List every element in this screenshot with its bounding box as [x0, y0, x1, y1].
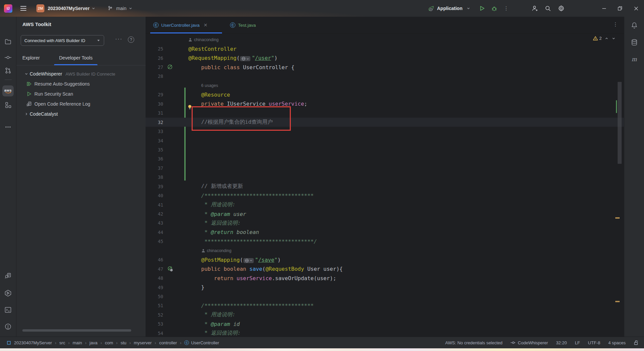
find-tool-icon[interactable]: [5, 272, 12, 279]
line-number[interactable]: 53: [146, 321, 163, 327]
line-number[interactable]: 32: [146, 120, 163, 125]
line-number[interactable]: 54: [146, 331, 163, 336]
line-number[interactable]: 37: [146, 165, 163, 171]
more-actions-kebab-icon[interactable]: ⋮: [501, 3, 511, 13]
author-inlay[interactable]: chinaconding: [188, 37, 624, 42]
panel-more-button[interactable]: ···: [115, 36, 123, 42]
breadcrumb-com[interactable]: com: [105, 340, 113, 345]
minimize-button[interactable]: [596, 0, 612, 17]
breadcrumb-java[interactable]: java: [89, 340, 97, 345]
line-number[interactable]: 44: [146, 230, 163, 235]
inspections-widget[interactable]: 2: [593, 36, 616, 41]
request-mapping-globe-icon[interactable]: [243, 258, 254, 263]
panel-horizontal-scrollbar[interactable]: [22, 329, 131, 332]
line-number[interactable]: 25: [146, 46, 163, 51]
caret-position[interactable]: 32:20: [556, 340, 567, 345]
tree-item-codewhisperer[interactable]: CodeWhispererAWS Builder ID Connecte: [16, 69, 146, 79]
chevron-down-icon[interactable]: [24, 72, 30, 76]
commit-icon[interactable]: [5, 54, 12, 61]
file-lock-icon[interactable]: [634, 340, 639, 345]
codewhisperer-status[interactable]: CodeWhisperer: [510, 340, 548, 345]
close-tab-icon[interactable]: ✕: [204, 22, 208, 28]
line-number[interactable]: 46: [146, 257, 163, 262]
line-number[interactable]: 48: [146, 275, 163, 281]
line-number[interactable]: 41: [146, 202, 163, 208]
add-user-icon[interactable]: [531, 5, 539, 12]
connection-dropdown[interactable]: Connected with AWS Builder ID: [21, 35, 104, 46]
tab-usercontroller-java[interactable]: C UserController.java ✕: [150, 17, 222, 33]
tree-item-codecatalyst[interactable]: CodeCatalyst: [16, 109, 146, 119]
database-tool-icon[interactable]: [631, 39, 638, 46]
usages-inlay[interactable]: 6 usages: [201, 83, 624, 88]
close-window-button[interactable]: [628, 0, 644, 17]
breadcrumb-usercontroller[interactable]: CUserController: [184, 340, 219, 345]
tab-options-kebab-icon[interactable]: ⋮: [613, 21, 618, 27]
line-number[interactable]: 35: [146, 147, 163, 152]
more-tool-windows-icon[interactable]: [5, 126, 11, 128]
line-number[interactable]: 27: [146, 65, 163, 70]
line-number[interactable]: 26: [146, 55, 163, 61]
line-number[interactable]: 34: [146, 138, 163, 143]
line-number[interactable]: 36: [146, 156, 163, 161]
line-number[interactable]: 49: [146, 285, 163, 290]
line-number[interactable]: 43: [146, 220, 163, 226]
run-configuration[interactable]: Application: [437, 6, 462, 11]
line-number[interactable]: 50: [146, 294, 163, 299]
tree-item-run-security-scan[interactable]: Run Security Scan: [16, 89, 146, 99]
tree-item-resume-auto-suggestions[interactable]: Resume Auto-Suggestions: [16, 79, 146, 89]
line-number[interactable]: 51: [146, 303, 163, 308]
main-menu-icon[interactable]: [20, 6, 26, 11]
restore-button[interactable]: [612, 0, 628, 17]
line-number[interactable]: 42: [146, 211, 163, 217]
aws-credentials-status[interactable]: AWS: No credentials selected: [445, 340, 502, 345]
run-button[interactable]: [477, 3, 487, 13]
breadcrumb-controller[interactable]: controller: [159, 340, 177, 345]
code-editor[interactable]: chinaconding25@RestController26@RequestM…: [146, 33, 624, 337]
line-separator[interactable]: LF: [575, 340, 580, 345]
aws-toolkit-icon[interactable]: aws: [2, 86, 14, 97]
notifications-bell-icon[interactable]: [631, 22, 638, 29]
help-icon[interactable]: ?: [128, 36, 134, 43]
breadcrumb-20230407myserver[interactable]: 20230407MyServer: [14, 340, 52, 345]
tab-explorer[interactable]: Explorer: [22, 50, 40, 65]
settings-gear-icon[interactable]: [558, 5, 565, 12]
project-name[interactable]: 20230407MyServer: [48, 6, 89, 11]
project-folder-icon[interactable]: [5, 38, 12, 45]
line-number[interactable]: 29: [146, 92, 163, 97]
project-avatar[interactable]: 2M: [36, 4, 44, 12]
debug-button[interactable]: [489, 3, 499, 13]
services-tool-icon[interactable]: [4, 289, 12, 297]
chevron-right-icon[interactable]: [24, 112, 30, 116]
line-number[interactable]: 30: [146, 101, 163, 107]
search-icon[interactable]: [545, 5, 552, 12]
breadcrumb-myserver[interactable]: myserver: [134, 340, 152, 345]
tree-item-open-code-reference-log[interactable]: Open Code Reference Log: [16, 99, 146, 109]
structure-icon[interactable]: [5, 102, 11, 108]
line-number[interactable]: 45: [146, 239, 163, 244]
indent-setting[interactable]: 4 spaces: [608, 340, 626, 345]
intention-bulb-icon[interactable]: [187, 104, 193, 110]
tab-test-java[interactable]: C Test.java: [227, 17, 264, 33]
breadcrumb-stu[interactable]: stu: [121, 340, 126, 345]
prev-problem-icon[interactable]: [605, 36, 609, 40]
line-number[interactable]: 40: [146, 193, 163, 198]
line-number[interactable]: 52: [146, 312, 163, 318]
pull-request-icon[interactable]: [5, 67, 12, 74]
file-encoding[interactable]: UTF-8: [588, 340, 600, 345]
line-number[interactable]: 28: [146, 74, 163, 79]
branch-name[interactable]: main: [116, 6, 126, 11]
line-number[interactable]: 47: [146, 266, 163, 272]
terminal-tool-icon[interactable]: [5, 307, 12, 314]
line-number[interactable]: 33: [146, 129, 163, 134]
author-inlay[interactable]: chinaconding: [201, 248, 624, 253]
editor-scrollbar-thumb[interactable]: [618, 82, 622, 164]
maven-tool-icon[interactable]: m: [631, 56, 637, 63]
next-problem-icon[interactable]: [612, 36, 616, 40]
line-number[interactable]: 38: [146, 174, 163, 180]
breadcrumb-src[interactable]: src: [59, 340, 65, 345]
line-number[interactable]: 39: [146, 184, 163, 189]
breadcrumb-main[interactable]: main: [73, 340, 82, 345]
line-number[interactable]: 31: [146, 110, 163, 116]
request-mapping-globe-icon[interactable]: [240, 56, 250, 61]
tab-developer-tools[interactable]: Developer Tools: [59, 50, 92, 65]
